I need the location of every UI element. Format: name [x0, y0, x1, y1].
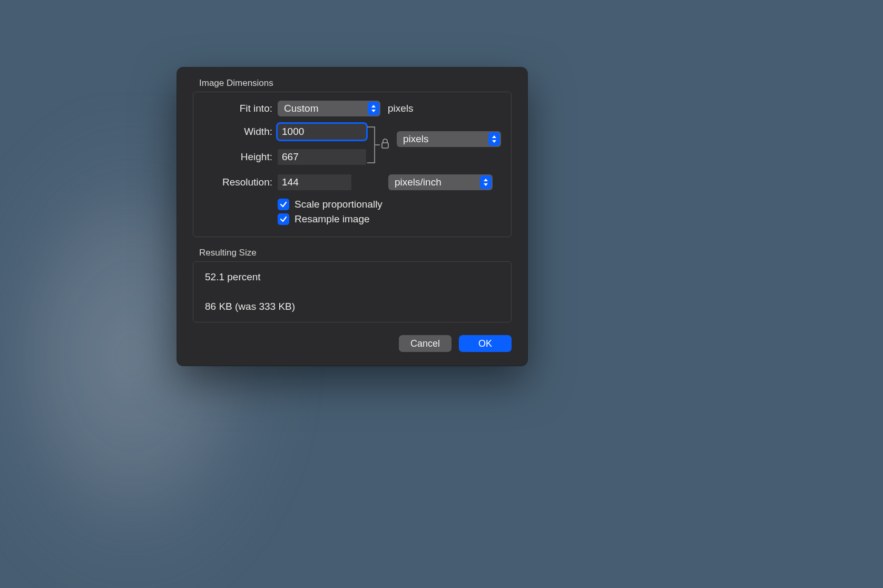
fit-into-value: Custom [284, 103, 318, 114]
height-label: Height: [203, 151, 272, 163]
width-label: Width: [203, 126, 272, 138]
resample-image-row: Resample image [278, 213, 502, 225]
image-dimensions-group: Fit into: Custom pixels Width: Height: [193, 92, 512, 237]
fit-into-row: Fit into: Custom pixels [203, 101, 502, 116]
resolution-unit-popup[interactable]: pixels/inch [388, 174, 493, 190]
cancel-button[interactable]: Cancel [399, 335, 452, 352]
width-input[interactable] [278, 124, 366, 140]
fit-into-popup[interactable]: Custom [278, 101, 380, 116]
resolution-input[interactable] [278, 174, 351, 190]
scale-proportionally-checkbox[interactable] [278, 199, 289, 210]
ok-button[interactable]: OK [459, 335, 512, 352]
updown-icon [480, 175, 492, 189]
height-row: Height: [203, 149, 502, 165]
updown-icon [368, 102, 379, 115]
resulting-size-title: Resulting Size [199, 248, 527, 258]
wh-unit-value: pixels [403, 133, 429, 145]
resulting-file-size: 86 KB (was 333 KB) [205, 301, 499, 312]
resolution-unit-value: pixels/inch [395, 177, 442, 188]
resample-image-checkbox[interactable] [278, 213, 289, 225]
wh-unit-popup[interactable]: pixels [397, 131, 501, 147]
resulting-size-group: 52.1 percent 86 KB (was 333 KB) [193, 261, 512, 322]
resolution-label: Resolution: [203, 177, 272, 188]
scale-proportionally-row: Scale proportionally [278, 199, 502, 210]
height-input[interactable] [278, 149, 366, 165]
lock-icon[interactable] [381, 139, 389, 151]
fit-into-label: Fit into: [203, 103, 272, 114]
svg-rect-0 [382, 143, 388, 148]
resample-image-label: Resample image [295, 213, 370, 225]
resolution-row: Resolution: pixels/inch [203, 174, 502, 190]
resulting-percent: 52.1 percent [205, 271, 499, 283]
width-height-block: Width: Height: pixels [203, 124, 502, 165]
updown-icon [488, 132, 500, 146]
scale-proportionally-label: Scale proportionally [295, 199, 382, 210]
dialog-buttons: Cancel OK [177, 322, 527, 366]
fit-into-unit: pixels [388, 103, 414, 114]
image-dimensions-title: Image Dimensions [199, 78, 527, 89]
image-size-dialog: Image Dimensions Fit into: Custom pixels… [177, 67, 527, 366]
